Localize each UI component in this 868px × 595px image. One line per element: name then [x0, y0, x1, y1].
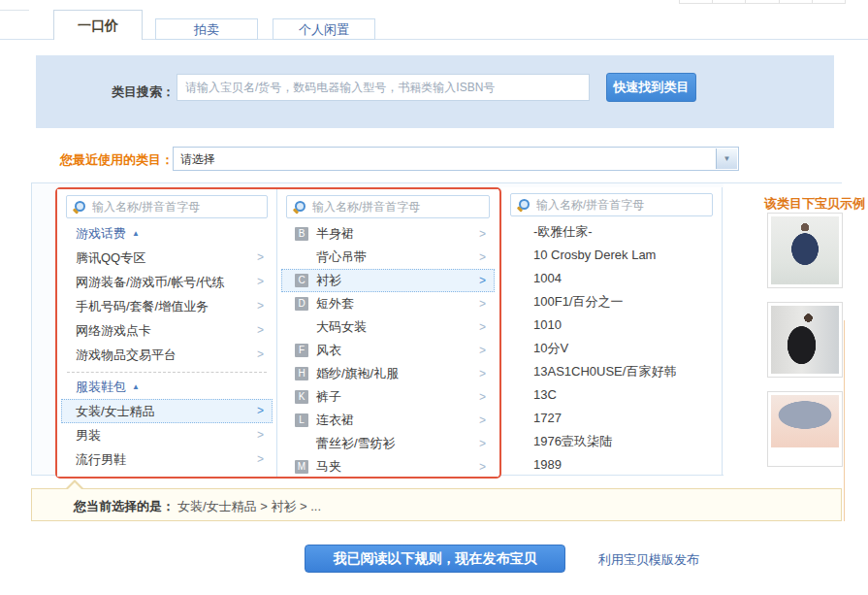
category-item[interactable]: 1004 [505, 267, 718, 290]
column1-list: 游戏话费▲腾讯QQ专区>网游装备/游戏币/帐号/代练>手机号码/套餐/增值业务>… [57, 222, 276, 477]
category-item[interactable]: 13C [505, 383, 718, 407]
category-item-label: 腾讯QQ专区 [76, 250, 145, 265]
category-item[interactable]: F风衣> [281, 339, 495, 362]
category-item[interactable]: 腾讯QQ专区> [61, 246, 273, 270]
category-item[interactable]: 100F1/百分之一 [505, 290, 718, 314]
category-item[interactable]: 网络游戏点卡> [61, 318, 273, 343]
chevron-right-icon: > [257, 448, 264, 471]
chevron-right-icon: > [479, 410, 486, 431]
tab-fixed-price[interactable]: 一口价 [53, 10, 143, 40]
column2-filter-input[interactable] [286, 195, 490, 218]
category-item-label: 1989 [533, 457, 562, 472]
letter-badge: H [295, 367, 308, 380]
category-item[interactable]: -欧雅仕家- [505, 220, 718, 244]
letter-badge: C [295, 274, 308, 287]
tab-auction[interactable]: 拍卖 [155, 18, 258, 40]
category-item[interactable]: 10分V [505, 337, 718, 360]
letter-badge: L [295, 413, 308, 427]
category-item[interactable]: 1976壹玖柒陆 [505, 430, 718, 453]
category-search-label: 类目搜索： [112, 83, 175, 101]
category-item[interactable]: C衬衫> [281, 269, 495, 292]
pointer-notch [68, 482, 81, 489]
category-item[interactable]: K裤子> [281, 385, 495, 409]
category-item[interactable]: 女装/女士精品> [61, 399, 273, 423]
category-item-label: 婚纱/旗袍/礼服 [316, 366, 399, 380]
chevron-right-icon: > [257, 319, 264, 342]
category-item-label: 10 Crosby Derek Lam [533, 248, 656, 262]
category-item[interactable]: 蕾丝衫/雪纺衫> [281, 432, 495, 455]
category-item[interactable]: 流行男鞋> [61, 447, 273, 472]
category-item[interactable]: 背心吊带> [281, 246, 495, 269]
product-thumbnail [767, 302, 843, 378]
cropped-top-left-line [0, 10, 29, 11]
category-picker: 游戏话费▲腾讯QQ专区>网游装备/游戏币/帐号/代练>手机号码/套餐/增值业务>… [31, 182, 842, 476]
category-item-label: 手机号码/套餐/增值业务 [76, 299, 209, 314]
category-item-label: 蕾丝衫/雪纺衫 [316, 436, 396, 450]
template-publish-link[interactable]: 利用宝贝模版发布 [598, 551, 699, 569]
category-group-header[interactable]: 服装鞋包▲ [61, 376, 273, 399]
category-item[interactable]: H婚纱/旗袍/礼服> [281, 362, 495, 385]
category-item[interactable]: 13AS1CH0USE/百家好韩 [505, 360, 718, 383]
column3-list: -欧雅仕家-10 Crosby Derek Lam1004100F1/百分之一1… [501, 220, 722, 475]
category-item[interactable]: 大码女装> [281, 315, 495, 339]
category-column-2: B半身裙>背心吊带>C衬衫>D短外套>大码女装>F风衣>H婚纱/旗袍/礼服>K裤… [277, 189, 498, 477]
category-item-label: 网游装备/游戏币/帐号/代练 [76, 275, 225, 289]
search-icon [72, 200, 85, 214]
category-item-label: 半身裙 [316, 226, 354, 241]
category-item[interactable]: 男装> [61, 423, 273, 447]
chevron-right-icon: > [479, 247, 486, 268]
category-picker-highlight-border: 游戏话费▲腾讯QQ专区>网游装备/游戏币/帐号/代练>手机号码/套餐/增值业务>… [55, 187, 501, 479]
category-item-label: 马夹 [316, 459, 341, 474]
category-item[interactable]: M马夹> [281, 455, 495, 477]
category-item-label: 衬衫 [316, 273, 341, 287]
letter-badge: F [295, 344, 308, 357]
category-item-label: 10分V [533, 341, 568, 355]
chevron-right-icon: > [257, 247, 264, 269]
chevron-right-icon: > [257, 271, 264, 293]
letter-badge [295, 316, 308, 330]
group-divider [67, 372, 267, 373]
current-selection-label: 您当前选择的是： [74, 498, 175, 515]
category-item[interactable]: 游戏物品交易平台> [61, 343, 273, 367]
cropped-widget-top-right [679, 0, 846, 4]
category-item[interactable]: 1727 [505, 407, 718, 430]
column1-filter-input[interactable] [66, 195, 268, 218]
category-item[interactable]: 女鞋> [61, 472, 273, 477]
letter-badge: K [295, 390, 308, 404]
category-item[interactable]: D短外套> [281, 292, 495, 315]
chevron-down-icon[interactable]: ▼ [716, 149, 737, 169]
current-selection-path: 女装/女士精品 > 衬衫 > ... [177, 498, 321, 515]
category-item[interactable]: 1010 [505, 314, 718, 337]
category-item[interactable]: 1989 [505, 453, 718, 475]
preview-title: 该类目下宝贝示例 [764, 195, 865, 213]
category-item-label: 男装 [76, 428, 101, 443]
chevron-right-icon: > [479, 456, 486, 477]
chevron-right-icon: > [257, 424, 264, 446]
category-item[interactable]: 网游装备/游戏币/帐号/代练> [61, 270, 273, 294]
chevron-right-icon: > [257, 344, 264, 366]
category-item-label: 裤子 [316, 389, 341, 404]
chevron-right-icon: > [257, 295, 264, 317]
category-column-1: 游戏话费▲腾讯QQ专区>网游装备/游戏币/帐号/代练>手机号码/套餐/增值业务>… [57, 189, 277, 477]
category-item-label: 女装/女士精品 [76, 404, 155, 418]
category-item[interactable]: B半身裙> [281, 222, 495, 246]
category-item[interactable]: 10 Crosby Derek Lam [505, 244, 718, 267]
find-category-button[interactable]: 快速找到类目 [606, 73, 696, 102]
category-group-header[interactable]: 游戏话费▲ [61, 222, 273, 246]
category-search-input[interactable] [177, 74, 590, 101]
category-item-label: 短外套 [316, 296, 354, 311]
tab-personal-secondhand[interactable]: 个人闲置 [273, 18, 375, 40]
chevron-right-icon: > [479, 270, 486, 291]
recent-category-select[interactable]: 请选择 ▼ [173, 147, 739, 171]
search-icon [516, 198, 530, 212]
product-thumbnail [767, 391, 843, 467]
category-item[interactable]: 手机号码/套餐/增值业务> [61, 294, 273, 318]
search-icon [292, 200, 305, 214]
publish-button[interactable]: 我已阅读以下规则，现在发布宝贝 [305, 545, 565, 573]
column2-filter [286, 195, 490, 218]
column3-filter-input[interactable] [510, 193, 713, 216]
category-item-label: 游戏物品交易平台 [76, 347, 177, 362]
category-item[interactable]: L连衣裙> [281, 409, 495, 432]
chevron-right-icon: > [479, 363, 486, 384]
category-item-label: 大码女装 [316, 319, 367, 334]
